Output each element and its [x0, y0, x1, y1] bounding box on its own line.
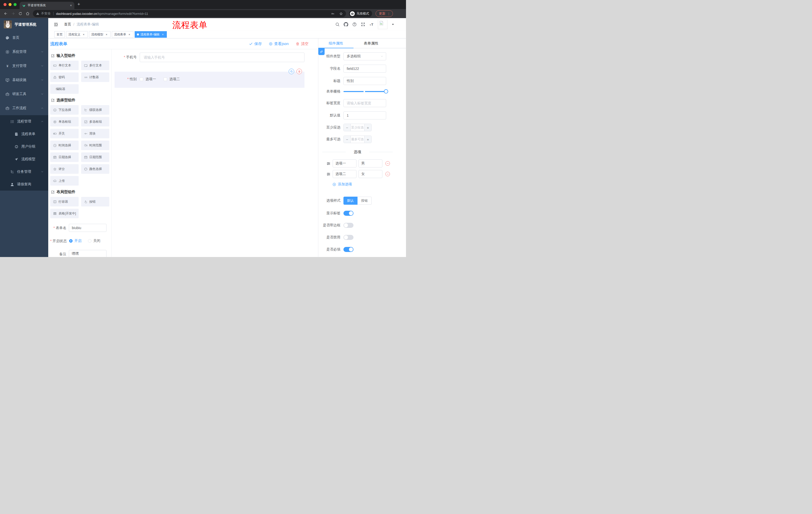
browser-tab[interactable]: 芋道管理系统 × — [20, 2, 75, 9]
tag-process-form-edit[interactable]: 流程表单-编辑× — [135, 31, 167, 38]
gender-option-checkbox[interactable]: 选项一 — [140, 77, 156, 81]
sidebar-logo[interactable]: 芋道管理系统 — [0, 18, 48, 31]
palette-item-slider[interactable]: 滑块 — [81, 129, 110, 138]
palette-item-date-picker[interactable]: 日期选择 — [50, 153, 79, 162]
form-name-input[interactable] — [69, 224, 107, 232]
breadcrumb-home[interactable]: 首页 — [64, 22, 71, 27]
close-window-button[interactable] — [3, 3, 6, 6]
title-input[interactable] — [343, 77, 386, 85]
clear-button[interactable]: 清空 — [296, 42, 309, 46]
component-type-select[interactable]: 多选框组 — [343, 52, 386, 60]
search-icon[interactable] — [335, 22, 340, 27]
sidebar-item-process-form[interactable]: 流程表单 — [0, 128, 48, 140]
link-tag[interactable] — [318, 48, 325, 55]
sidebar-item-task-management[interactable]: 任务管理 — [0, 165, 48, 178]
label-width-input[interactable] — [343, 99, 386, 107]
font-size-icon[interactable]: тT — [369, 22, 374, 27]
slider-handle[interactable] — [384, 89, 388, 93]
status-on-radio[interactable]: 开启 — [69, 239, 81, 243]
palette-item-time-range[interactable]: 时间范围 — [81, 141, 110, 150]
tag-process-model[interactable]: 流程模型× — [89, 31, 111, 38]
checkbox-icon[interactable] — [140, 77, 143, 81]
palette-item-time-picker[interactable]: 时间选择 — [50, 141, 79, 150]
sidebar-item-user-group[interactable]: 用户分组 — [0, 140, 48, 153]
palette-item-switch[interactable]: 开关 — [50, 129, 79, 138]
delete-field-button[interactable] — [296, 69, 302, 74]
github-icon[interactable] — [344, 22, 348, 27]
sidebar-item-workflow[interactable]: 工作流程 — [0, 101, 48, 115]
home-icon[interactable] — [24, 10, 31, 17]
option-value-input[interactable] — [358, 159, 382, 167]
sidebar-item-home[interactable]: 首页 — [0, 31, 48, 45]
minus-button[interactable]: − — [344, 124, 350, 131]
address-bar[interactable]: 不安全 dashboard.yudao.iocoder.cn/bpm/manag… — [33, 10, 346, 17]
palette-item-single-line-text[interactable]: 单行文本 — [50, 61, 79, 70]
palette-item-table-dev[interactable]: 表格[开发中] — [50, 209, 79, 218]
browser-menu-icon[interactable]: ⋮ — [387, 12, 390, 16]
tag-home[interactable]: 首页 — [54, 31, 65, 38]
palette-item-upload[interactable]: 上传 — [50, 176, 79, 186]
palette-item-color-picker[interactable]: 颜色选择 — [81, 164, 110, 174]
toggle-show-label[interactable] — [343, 211, 353, 216]
update-button[interactable]: 更新 ⋮ — [376, 10, 393, 17]
style-default-button[interactable]: 默认 — [343, 197, 357, 205]
palette-item-select[interactable]: 下拉选择 — [50, 105, 79, 115]
style-button-button[interactable]: 按钮 — [357, 197, 372, 205]
max-select-value[interactable]: 最多可选 — [350, 136, 365, 143]
plus-button[interactable]: + — [365, 124, 371, 131]
minimize-window-button[interactable] — [8, 3, 11, 6]
copy-field-button[interactable] — [289, 69, 294, 74]
close-icon[interactable]: × — [105, 33, 108, 36]
help-icon[interactable] — [352, 22, 357, 27]
sidebar-item-dev-tools[interactable]: 研发工具 — [0, 87, 48, 101]
palette-item-radio-group[interactable]: 单选框组 — [50, 117, 79, 127]
tag-process-form[interactable]: 流程表单× — [112, 31, 134, 38]
close-icon[interactable]: × — [161, 33, 165, 36]
gender-option-checkbox[interactable]: 选项二 — [164, 77, 180, 81]
tab-form-props[interactable]: 表单属性 — [353, 38, 389, 48]
minus-button[interactable]: − — [344, 136, 350, 143]
close-icon[interactable]: × — [127, 33, 131, 36]
add-option-button[interactable]: 添加选项 — [332, 182, 397, 187]
palette-item-editor[interactable]: 编辑器 — [50, 84, 79, 94]
option-value-input[interactable] — [358, 170, 382, 178]
phone-input[interactable] — [140, 53, 304, 62]
sidebar-item-infrastructure[interactable]: 基础设施 — [0, 73, 48, 87]
drag-handle-icon[interactable] — [326, 161, 330, 166]
drag-handle-icon[interactable] — [326, 172, 330, 176]
grid-slider[interactable] — [343, 89, 386, 93]
fullscreen-icon[interactable] — [361, 22, 365, 27]
palette-item-password[interactable]: 密码 — [50, 73, 79, 82]
bookmark-star-icon[interactable] — [339, 12, 343, 16]
sidebar-item-payment-management[interactable]: ¥支付管理 — [0, 59, 48, 73]
palette-item-checkbox-group[interactable]: 多选框组 — [81, 117, 110, 127]
option-name-input[interactable] — [332, 170, 356, 178]
toggle-with-border[interactable] — [343, 223, 353, 228]
remove-option-button[interactable]: − — [385, 172, 390, 176]
palette-item-date-range[interactable]: 日期范围 — [81, 153, 110, 162]
tab-component-props[interactable]: 组件属性 — [318, 38, 353, 48]
palette-item-cascader[interactable]: 级联选择 — [81, 105, 110, 115]
palette-item-multi-line-text[interactable]: 多行文本 — [81, 61, 110, 70]
palette-item-row-container[interactable]: 行容器 — [50, 197, 79, 207]
status-off-radio[interactable]: 关闭 — [88, 239, 100, 243]
min-select-value[interactable]: 至少应选 — [350, 124, 365, 131]
password-key-icon[interactable] — [331, 12, 335, 16]
sidebar-item-process-management[interactable]: 流程管理 — [0, 115, 48, 128]
sidebar-item-process-model[interactable]: 流程模型 — [0, 153, 48, 165]
save-button[interactable]: 保存 — [249, 42, 262, 46]
tag-process-definition[interactable]: 流程定义× — [66, 31, 88, 38]
close-icon[interactable]: × — [82, 33, 85, 36]
view-json-button[interactable]: 查看json — [269, 42, 289, 46]
plus-button[interactable]: + — [365, 136, 371, 143]
form-remark-textarea[interactable]: 嘿嘿 — [69, 250, 107, 257]
maximize-window-button[interactable] — [13, 3, 17, 6]
toggle-required[interactable] — [343, 247, 353, 252]
sidebar-item-leave-query[interactable]: 请假查询 — [0, 178, 48, 191]
palette-item-button[interactable]: 按钮 — [81, 197, 110, 207]
sidebar-item-system-management[interactable]: 系统管理 — [0, 45, 48, 59]
field-gender-selected[interactable]: 性别 选项一选项二 — [115, 72, 304, 88]
forward-icon[interactable] — [10, 10, 16, 17]
reload-icon[interactable] — [17, 10, 24, 17]
avatar-caret-icon[interactable] — [392, 23, 395, 26]
